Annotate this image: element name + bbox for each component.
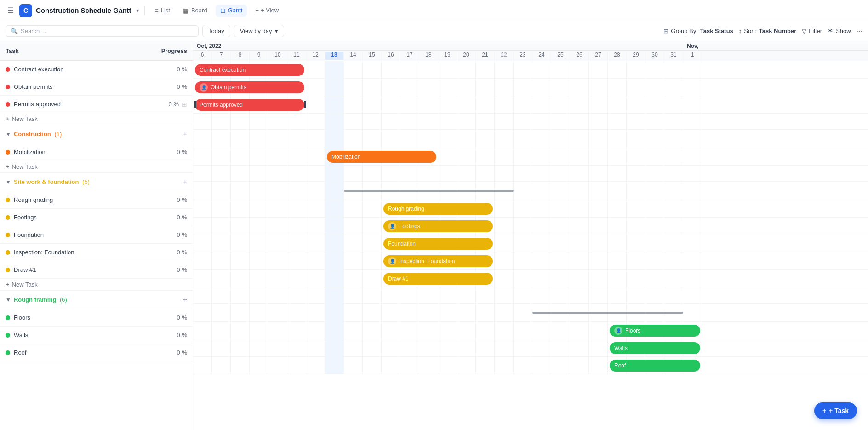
show-control[interactable]: 👁 Show — [828, 28, 851, 34]
gantt-bar[interactable]: Foundation — [383, 238, 493, 250]
group-name: Rough framing (6) — [14, 296, 67, 303]
gantt-row: Draw #1 — [193, 270, 868, 287]
task-status-dot — [6, 215, 10, 220]
date-12: 12 — [306, 52, 325, 60]
gantt-row: 👤Obtain permits — [193, 79, 868, 96]
add-task-fab[interactable]: + + Task — [814, 402, 857, 419]
group-by-icon: ⊞ — [663, 28, 668, 34]
viewby-btn[interactable]: View by day ▾ — [234, 25, 284, 37]
search-box[interactable]: 🔍 Search ... — [6, 25, 199, 37]
new-task-label: New Task — [12, 115, 38, 122]
task-name: Foundation — [14, 231, 155, 238]
task-name: Walls — [14, 332, 155, 338]
group-by-control[interactable]: ⊞ Group By: Task Status — [663, 28, 733, 34]
gantt-bar[interactable]: Contract execution — [195, 64, 304, 76]
date-25: 25 — [551, 52, 570, 60]
filter-label: Filter — [809, 28, 822, 34]
date-10: 10 — [268, 52, 287, 60]
plus-icon: + — [6, 163, 9, 170]
task-row: Draw #1 0 % — [0, 261, 193, 279]
gantt-bar-label: Contract execution — [200, 67, 246, 73]
task-name: Mobilization — [14, 149, 155, 155]
gantt-bar[interactable]: Roof — [610, 360, 700, 372]
task-row: Roof 0 % — [0, 344, 193, 361]
viewby-chevron-icon: ▾ — [275, 28, 278, 34]
task-progress: 0 % — [155, 83, 187, 90]
new-task-btn[interactable]: + New Task — [0, 279, 193, 291]
top-nav: ☰ C Construction Schedule Gantt ▾ ≡ List… — [0, 0, 868, 21]
gantt-row — [193, 114, 868, 130]
date-9: 9 — [250, 52, 268, 60]
avatar: 👤 — [388, 222, 396, 230]
gantt-bar[interactable]: Walls — [610, 342, 700, 354]
gantt-bar[interactable]: 👤Inspection: Foundation — [383, 255, 493, 267]
filter-control[interactable]: ▽ Filter — [802, 28, 822, 34]
task-status-dot — [6, 85, 10, 89]
group-add-icon[interactable]: + — [183, 296, 187, 304]
gantt-bar[interactable]: Permits approved — [195, 99, 304, 111]
date-14: 14 — [344, 52, 363, 60]
show-icon: 👁 — [828, 28, 834, 34]
gantt-label: Gantt — [228, 7, 243, 14]
gantt-bar-label: Permits approved — [200, 102, 243, 108]
new-task-btn[interactable]: + New Task — [0, 113, 193, 125]
add-view-btn[interactable]: + + View — [251, 5, 283, 16]
gantt-icon: ⊟ — [220, 7, 226, 14]
board-label: Board — [191, 7, 207, 14]
date-17: 17 — [400, 52, 419, 60]
group-header-construction[interactable]: ▼ Construction (1) + — [0, 125, 193, 143]
task-progress: 0 % — [155, 214, 187, 221]
add-task-label: + Task — [829, 407, 849, 414]
group-chevron-icon: ▼ — [6, 131, 11, 138]
group-add-icon[interactable]: + — [183, 178, 187, 186]
task-status-dot — [6, 67, 10, 72]
task-status-dot — [6, 198, 10, 202]
group-name: Site work & foundation (5) — [14, 178, 90, 185]
gantt-bar[interactable]: 👤Floors — [610, 325, 700, 337]
group-add-icon[interactable]: + — [183, 130, 187, 138]
gantt-bar[interactable]: 👤Obtain permits — [195, 81, 304, 93]
group-header-roughframing[interactable]: ▼ Rough framing (6) + — [0, 291, 193, 309]
list-view-btn[interactable]: ≡ List — [150, 5, 175, 17]
date-16: 16 — [382, 52, 400, 60]
gantt-row: Mobilization — [193, 148, 868, 166]
date-20: 20 — [457, 52, 476, 60]
task-progress: 0 % — [155, 332, 187, 338]
today-btn[interactable]: Today — [202, 25, 230, 37]
gantt-bar[interactable]: 👤Footings — [383, 220, 493, 232]
plus-icon: + — [6, 281, 9, 288]
add-view-icon: + — [255, 7, 259, 14]
gantt-row: 👤Floors — [193, 322, 868, 339]
gantt-bar[interactable]: Draw #1 — [383, 273, 493, 285]
show-label: Show — [836, 28, 851, 34]
more-options-icon[interactable]: ··· — [857, 27, 862, 35]
gantt-row: Permits approved — [193, 96, 868, 114]
task-expand-icon[interactable]: ⊞ — [182, 101, 187, 108]
task-row: Inspection: Foundation 0 % — [0, 244, 193, 261]
plus-icon: + — [6, 115, 9, 122]
task-row: Permits approved 0 % ⊞ — [0, 96, 193, 113]
new-task-btn[interactable]: + New Task — [0, 161, 193, 173]
board-view-btn[interactable]: ▦ Board — [178, 5, 212, 17]
task-status-dot — [6, 350, 10, 355]
gantt-view-btn[interactable]: ⊟ Gantt — [216, 5, 247, 17]
toolbar: 🔍 Search ... Today View by day ▾ ⊞ Group… — [0, 21, 868, 41]
group-header-sitework[interactable]: ▼ Site work & foundation (5) + — [0, 173, 193, 191]
date-23: 23 — [514, 52, 532, 60]
gantt-bar-label: Mobilization — [331, 154, 360, 160]
gantt-row — [193, 130, 868, 148]
sidebar-toggle[interactable]: ☰ — [6, 4, 16, 17]
sort-control[interactable]: ↕ Sort: Task Number — [739, 28, 796, 34]
gantt-panel[interactable]: Oct, 2022 Nov, 6 7 8 9 10 11 12 13 14 15… — [193, 41, 868, 430]
gantt-day-row: 6 7 8 9 10 11 12 13 14 15 16 17 18 19 20… — [193, 51, 868, 61]
gantt-month-row: Oct, 2022 Nov, — [193, 41, 868, 51]
gantt-bar[interactable]: Rough grading — [383, 203, 493, 215]
gantt-bar-label: Inspection: Foundation — [399, 258, 455, 264]
gantt-bar[interactable]: Mobilization — [327, 151, 436, 163]
task-name: Floors — [14, 314, 155, 321]
task-column-header: Task — [6, 47, 155, 54]
task-row: Walls 0 % — [0, 327, 193, 344]
task-status-dot — [6, 268, 10, 272]
date-21: 21 — [476, 52, 495, 60]
progress-column-header: Progress — [155, 47, 187, 54]
